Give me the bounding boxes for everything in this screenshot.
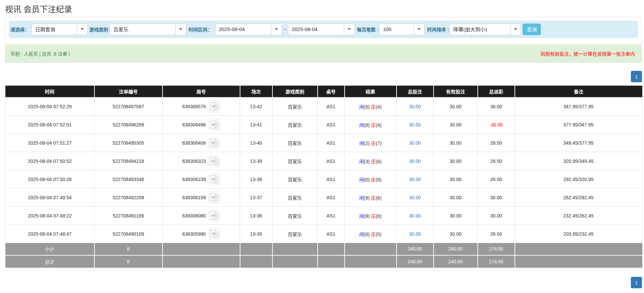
result-banker-label: 庄 — [371, 122, 376, 128]
col-header-session: 场次 — [240, 86, 272, 97]
total-bet-link[interactable]: 30.00 — [409, 177, 421, 182]
total-bet-link[interactable]: 30.00 — [409, 158, 421, 164]
date-from-dropdown-button[interactable] — [271, 24, 282, 35]
cell-bet-id: 522708496289 — [94, 116, 163, 134]
select-type-combobox[interactable]: 日期查询 — [31, 24, 88, 35]
cell-valid-bet: 30.00 — [434, 97, 478, 116]
total-bet-link[interactable]: 30.00 — [409, 195, 421, 200]
cell-game-type: 百家乐 — [272, 134, 318, 152]
cell-payout: 30.00 — [478, 97, 515, 116]
date-to-combobox[interactable]: 2025-08-04 — [288, 24, 355, 35]
video-record-icon[interactable] — [208, 137, 220, 149]
cell-valid-bet: 30.00 — [434, 134, 478, 152]
table-row: 2025-08-04 07:52:29 522708497087 6383065… — [5, 97, 642, 116]
game-type-dropdown-button[interactable] — [175, 24, 186, 35]
cell-payout: 28.50 — [478, 225, 515, 243]
date-to-dropdown-button[interactable] — [344, 24, 354, 35]
subtotal-empty-cell — [318, 243, 345, 255]
cell-time: 2025-08-04 07:51:27 — [5, 134, 94, 152]
total-payout: 174.00 — [478, 255, 515, 268]
chevron-down-icon — [417, 28, 421, 30]
total-bet-link[interactable]: 30.00 — [409, 140, 421, 146]
cell-game-type: 百家乐 — [272, 188, 318, 207]
cell-session: 13-40 — [240, 134, 272, 152]
cell-remark: 232.45/262.45 — [515, 207, 642, 225]
cell-round-id: 638306080 — [163, 207, 240, 225]
result-player-label: 闲 — [359, 232, 364, 237]
time-sort-value[interactable]: 降幂(由大到小) — [450, 24, 510, 35]
date-from-value[interactable]: 2025-08-04 — [215, 24, 271, 35]
video-record-icon[interactable] — [208, 210, 220, 222]
table-body: 2025-08-04 07:52:29 522708497087 6383065… — [5, 97, 642, 243]
video-record-icon[interactable] — [208, 155, 220, 167]
col-header-payout: 总派彩 — [478, 86, 515, 97]
cell-round-id: 638306408 — [163, 134, 240, 152]
video-record-icon[interactable] — [208, 228, 220, 240]
date-to-value[interactable]: 2025-08-04 — [288, 24, 344, 35]
cell-payout: 28.50 — [478, 170, 515, 188]
total-empty-cell — [272, 255, 318, 268]
cell-table-id: AS1 — [318, 188, 345, 207]
video-record-icon[interactable] — [208, 192, 220, 204]
result-player-label: 闲 — [359, 104, 364, 110]
cell-result: 闲(0) 庄(9) — [345, 170, 397, 188]
select-type-dropdown-button[interactable] — [77, 24, 87, 35]
total-bet-link[interactable]: 30.00 — [409, 213, 421, 218]
summary-bar: 币别 : 人民币 | 总共 :8 注单 | 同局有效投注，统一计算在该局第一张注… — [5, 45, 642, 63]
total-label: 总计 — [5, 255, 94, 268]
total-count: 8 — [94, 255, 163, 268]
game-type-combobox[interactable]: 百家乐 — [110, 24, 186, 35]
page-size-label: 每页笔数 : — [357, 26, 379, 33]
total-bet-link[interactable]: 30.00 — [409, 122, 421, 127]
search-button[interactable]: 查询 — [523, 24, 541, 35]
cell-round-id: 638306239 — [163, 170, 240, 188]
cell-remark: 262.45/292.45 — [515, 188, 642, 207]
result-player-score: (2) — [364, 141, 370, 146]
page-size-value[interactable]: 100 — [380, 24, 414, 35]
page-size-dropdown-button[interactable] — [414, 24, 424, 35]
date-range-label: 时间区间： — [188, 26, 212, 33]
pagination-bottom: 1 — [5, 277, 642, 293]
cell-game-type: 百家乐 — [272, 170, 318, 188]
time-sort-dropdown-button[interactable] — [510, 24, 521, 35]
page-size-combobox[interactable]: 100 — [379, 24, 425, 35]
table-footer: 小计 8 240.00 240.00 174.00 总计 8 240.00 24… — [5, 243, 642, 268]
cell-total-bet: 30.00 — [397, 152, 434, 170]
cell-time: 2025-08-04 07:49:22 — [5, 207, 94, 225]
total-bet-link[interactable]: 30.00 — [409, 231, 421, 237]
col-header-round-id: 局号 — [163, 86, 240, 97]
cell-result: 闲(8) 庄(4) — [345, 116, 397, 134]
select-type-value[interactable]: 日期查询 — [32, 24, 77, 35]
video-record-icon[interactable] — [208, 173, 220, 185]
subtotal-row: 小计 8 240.00 240.00 174.00 — [5, 243, 642, 255]
date-from-combobox[interactable]: 2025-08-04 — [215, 24, 282, 35]
subtotal-empty-cell — [515, 243, 642, 255]
video-record-icon[interactable] — [208, 100, 220, 113]
total-empty-cell — [318, 255, 345, 268]
result-player-score: (0) — [364, 177, 370, 182]
result-player-score: (0) — [364, 232, 370, 237]
total-total-bet: 240.00 — [397, 255, 434, 268]
chevron-down-icon — [348, 28, 351, 30]
page-1-button[interactable]: 1 — [631, 277, 642, 288]
cell-session: 13-36 — [240, 207, 272, 225]
game-type-value[interactable]: 百家乐 — [110, 24, 175, 35]
cell-valid-bet: 30.00 — [434, 170, 478, 188]
result-player-score: (3) — [364, 159, 370, 164]
game-type-label: 游戏类别 — [89, 26, 108, 33]
cell-payout: -30.00 — [478, 116, 515, 134]
page-container: 视讯 会员下注纪录 请选择： 日期查询 游戏类别 百家乐 时间区间： 2025-… — [5, 4, 642, 293]
col-header-result: 结果 — [345, 86, 397, 97]
total-bet-link[interactable]: 30.00 — [409, 104, 421, 109]
result-banker-label: 庄 — [371, 141, 376, 146]
time-sort-combobox[interactable]: 降幂(由大到小) — [449, 24, 521, 35]
video-record-icon[interactable] — [208, 119, 220, 131]
cell-remark: 349.45/377.95 — [515, 134, 642, 152]
cell-remark: 292.45/320.95 — [515, 170, 642, 188]
cell-valid-bet: 30.00 — [434, 188, 478, 207]
page-1-button[interactable]: 1 — [631, 71, 642, 82]
summary-currency-count: 币别 : 人民币 | 总共 :8 注单 | — [10, 50, 70, 57]
cell-result: 闲(9) 庄(6) — [345, 188, 397, 207]
cell-bet-id: 522708493346 — [94, 170, 163, 188]
cell-valid-bet: 30.00 — [434, 152, 478, 170]
